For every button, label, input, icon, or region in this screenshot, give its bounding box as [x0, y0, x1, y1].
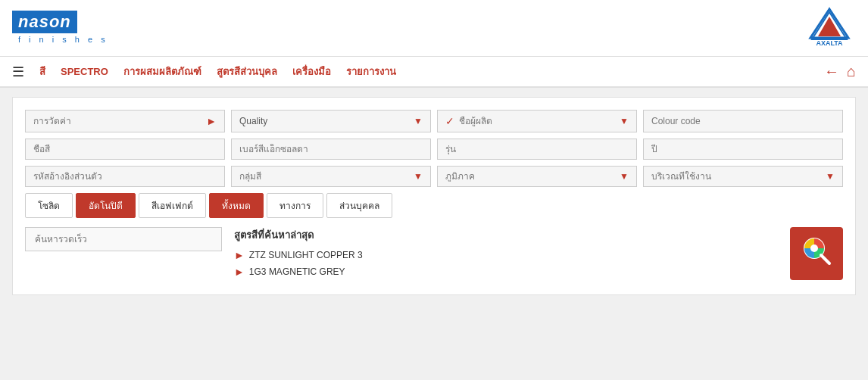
- filter-color-name[interactable]: [25, 139, 225, 160]
- filter-area[interactable]: ▼: [643, 166, 843, 187]
- filter-axolta-number[interactable]: [231, 139, 431, 160]
- header: nason f i n i s h e s AXALTA: [0, 0, 868, 57]
- tab-all[interactable]: ทั้งหมด: [209, 193, 264, 218]
- tab-solid[interactable]: โซลิด: [25, 193, 73, 218]
- nason-logo: nason f i n i s h e s: [12, 11, 114, 45]
- tab-official[interactable]: ทางการ: [267, 193, 323, 218]
- nav-mixing[interactable]: การผสมผลิตภัณฑ์: [123, 64, 201, 79]
- tab-adonopidi[interactable]: อัดโนปิดี: [76, 193, 136, 218]
- home-button[interactable]: ⌂: [847, 63, 856, 80]
- filter-model[interactable]: [437, 139, 637, 160]
- axalta-logo: AXALTA: [803, 6, 856, 50]
- chevron-down-icon-2: ▼: [620, 116, 629, 126]
- recent-section: สูตรสีที่ค้นหาล่าสุด ► ZTZ SUNLIGHT COPP…: [234, 227, 778, 282]
- tab-effect[interactable]: สีเอฟเฟกต์: [139, 193, 206, 218]
- nav-si[interactable]: สี: [39, 64, 45, 79]
- search-magnifier-icon: [801, 235, 832, 273]
- recent-item-label-1: 1G3 MAGNETIC GREY: [249, 266, 345, 277]
- colour-code-input[interactable]: [651, 116, 835, 126]
- model-input[interactable]: [445, 144, 629, 154]
- chevron-down-icon: ▼: [414, 116, 423, 126]
- filter-measurement[interactable]: ►: [25, 110, 225, 132]
- area-input[interactable]: [651, 171, 826, 182]
- nav-spectro[interactable]: SPECTRO: [61, 66, 108, 77]
- filter-region[interactable]: ▼: [437, 166, 637, 187]
- color-group-input[interactable]: [239, 171, 414, 182]
- chevron-down-icon-4: ▼: [620, 171, 629, 182]
- measurement-input[interactable]: [33, 116, 206, 126]
- personal-code-input[interactable]: [33, 171, 217, 182]
- search-icon-box[interactable]: [790, 227, 843, 280]
- search-box: [25, 227, 222, 251]
- filter-manufacturer[interactable]: ✓ ▼: [437, 110, 637, 132]
- recent-item-0[interactable]: ► ZTZ SUNLIGHT COPPER 3: [234, 249, 778, 261]
- svg-point-6: [810, 245, 818, 252]
- tab-personal[interactable]: ส่วนบุคคล: [326, 193, 392, 218]
- back-button[interactable]: ←: [824, 63, 839, 80]
- filter-row-2: [25, 139, 843, 160]
- filter-color-group[interactable]: ▼: [231, 166, 431, 187]
- filter-colour-code[interactable]: [643, 110, 843, 132]
- chevron-down-icon-5: ▼: [826, 171, 835, 182]
- recent-item-label-0: ZTZ SUNLIGHT COPPER 3: [249, 250, 363, 260]
- filter-quality[interactable]: ▼: [231, 110, 431, 132]
- navbar: ☰ สี SPECTRO การผสมผลิตภัณฑ์ สูตรสีส่วนบ…: [0, 57, 868, 88]
- filter-row-3: ▼ ▼ ▼: [25, 166, 843, 187]
- filter-row-1: ► ▼ ✓ ▼: [25, 110, 843, 132]
- tabs-row: โซลิด อัดโนปิดี สีเอฟเฟกต์ ทั้งหมด ทางกา…: [25, 193, 843, 218]
- nav-jobs[interactable]: รายการงาน: [346, 64, 396, 79]
- menu-icon[interactable]: ☰: [12, 64, 24, 80]
- navbar-right: ← ⌂: [824, 63, 856, 80]
- arrow-right-icon-recent-1: ►: [234, 266, 245, 278]
- search-results-row: สูตรสีที่ค้นหาล่าสุด ► ZTZ SUNLIGHT COPP…: [25, 227, 843, 282]
- brand-name-top: nason: [12, 11, 77, 33]
- recent-item-1[interactable]: ► 1G3 MAGNETIC GREY: [234, 266, 778, 278]
- quick-search-input[interactable]: [25, 227, 222, 251]
- color-name-input[interactable]: [33, 144, 217, 154]
- arrow-right-icon: ►: [206, 115, 217, 127]
- svg-text:AXALTA: AXALTA: [816, 39, 843, 47]
- nav-formula[interactable]: สูตรสีส่วนบุคล: [217, 64, 277, 79]
- check-icon: ✓: [445, 115, 454, 127]
- svg-line-7: [821, 255, 829, 263]
- filter-personal-code[interactable]: [25, 166, 225, 187]
- filter-year[interactable]: [643, 139, 843, 160]
- recent-title: สูตรสีที่ค้นหาล่าสุด: [234, 227, 778, 243]
- main-content: ► ▼ ✓ ▼: [12, 97, 856, 295]
- year-input[interactable]: [651, 144, 835, 154]
- region-input[interactable]: [445, 171, 620, 182]
- header-left: nason f i n i s h e s: [12, 11, 114, 45]
- quality-input[interactable]: [239, 116, 414, 126]
- manufacturer-input[interactable]: [459, 116, 620, 126]
- arrow-right-icon-recent-0: ►: [234, 249, 245, 261]
- axolta-number-input[interactable]: [239, 144, 423, 154]
- brand-name-bottom: f i n i s h e s: [12, 33, 114, 45]
- chevron-down-icon-3: ▼: [414, 171, 423, 182]
- nav-tools[interactable]: เครื่องมือ: [292, 64, 331, 79]
